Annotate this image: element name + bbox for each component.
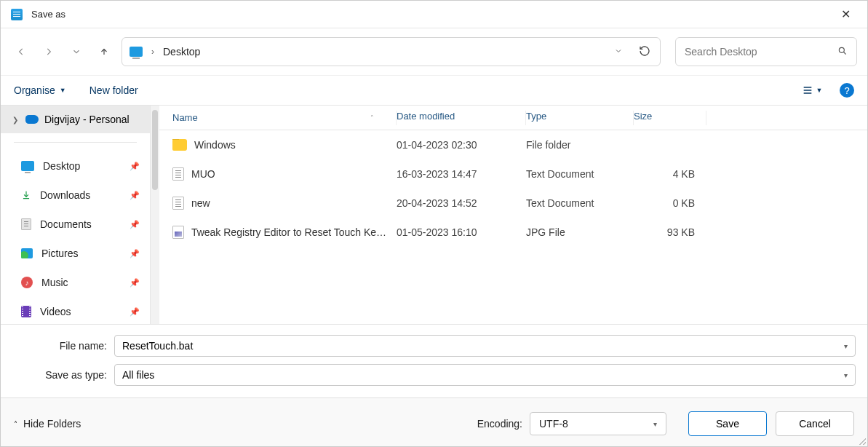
file-list: Name ˄ Date modified Type Size Windows 0… [159,106,867,324]
file-name: MUO [191,168,215,180]
pin-icon: 📌 [130,191,140,200]
titlebar: Save as ✕ [1,1,867,28]
column-header-name[interactable]: Name ˄ [172,111,397,125]
file-type: File folder [526,139,634,151]
pictures-icon [21,248,33,258]
sidebar-separator [14,142,137,143]
cancel-button[interactable]: Cancel [776,411,854,436]
chevron-down-icon[interactable]: ▾ [653,420,657,428]
form-area: File name: ResetTouch.bat ▾ Save as type… [1,324,867,397]
sidebar-item-label: Desktop [43,160,80,172]
address-dropdown-button[interactable] [610,46,626,58]
recent-locations-button[interactable] [66,39,87,65]
file-row[interactable]: Tweak Registry Editor to Reset Touch Key… [159,218,867,247]
sidebar-scrollbar[interactable] [151,106,159,324]
encoding-value: UTF-8 [539,418,568,430]
up-button[interactable] [94,39,114,65]
file-name: Tweak Registry Editor to Reset Touch Key… [191,226,388,238]
file-row[interactable]: new 20-04-2023 14:52 Text Document 0 KB [159,189,867,218]
file-type: Text Document [526,168,634,180]
pin-icon: 📌 [130,220,140,229]
desktop-icon [21,161,34,171]
sidebar-item-documents[interactable]: Documents 📌 [1,210,150,239]
file-row[interactable]: MUO 16-03-2023 14:47 Text Document 4 KB [159,159,867,189]
pin-icon: 📌 [130,278,140,288]
organise-button[interactable]: Organise ▼ [14,84,66,96]
file-date: 01-04-2023 02:30 [397,139,526,151]
column-headers: Name ˄ Date modified Type Size [159,106,867,130]
search-input[interactable] [685,46,837,58]
sidebar-group-onedrive[interactable]: ❯ Digvijay - Personal [1,106,150,133]
file-date: 20-04-2023 14:52 [397,197,526,209]
file-name: Windows [194,139,236,151]
resize-grip[interactable] [857,436,866,445]
file-date: 16-03-2023 14:47 [397,168,526,180]
pin-icon: 📌 [130,249,140,258]
nav-row: › Desktop [1,28,867,75]
text-file-icon [172,167,184,181]
save-as-type-select[interactable]: All files ▾ [114,364,856,386]
close-icon[interactable]: ✕ [831,7,860,21]
view-options-button[interactable]: ▼ [797,84,827,96]
documents-icon [21,218,31,230]
file-name-value: ResetTouch.bat [122,340,193,352]
toolbar: Organise ▼ New folder ▼ ? [1,75,867,106]
desktop-icon [130,47,143,57]
chevron-down-icon[interactable]: ▾ [844,342,848,350]
file-name-label: File name: [12,340,114,352]
column-header-date[interactable]: Date modified [397,111,526,125]
image-file-icon [172,226,184,239]
help-button[interactable]: ? [840,83,854,98]
chevron-right-icon: ❯ [12,116,20,124]
file-type: JPG File [526,226,634,238]
chevron-up-icon: ˄ [14,420,17,428]
chevron-down-icon[interactable]: ▾ [844,371,848,379]
sidebar: ❯ Digvijay - Personal Desktop 📌 Download… [1,106,151,324]
bottom-bar: ˄ Hide Folders Encoding: UTF-8 ▾ Save Ca… [1,397,867,446]
sidebar-item-label: Downloads [40,189,90,201]
pin-icon: 📌 [130,162,140,171]
videos-icon [21,306,31,317]
sidebar-item-label: Music [41,277,68,288]
hide-folders-button[interactable]: ˄ Hide Folders [14,418,81,430]
file-size: 93 KB [634,226,706,238]
file-date: 01-05-2023 16:10 [397,226,526,238]
file-name: new [191,197,210,209]
sidebar-item-desktop[interactable]: Desktop 📌 [1,151,150,181]
onedrive-icon [25,115,39,124]
search-box[interactable] [675,37,857,66]
svg-point-0 [839,47,844,52]
encoding-label: Encoding: [477,418,522,430]
music-icon: ♪ [21,277,33,288]
refresh-button[interactable] [637,45,653,59]
search-icon [837,46,848,58]
file-type: Text Document [526,197,634,209]
downloads-icon [21,190,31,200]
sidebar-item-music[interactable]: ♪ Music 📌 [1,268,150,297]
sidebar-item-pictures[interactable]: Pictures 📌 [1,239,150,268]
sidebar-item-label: Pictures [41,248,79,259]
file-row[interactable]: Windows 01-04-2023 02:30 File folder [159,130,867,159]
forward-button[interactable] [39,39,59,65]
scrollbar-thumb[interactable] [152,110,158,190]
chevron-right-icon: › [151,47,154,57]
column-header-size[interactable]: Size [634,111,706,125]
save-as-type-label: Save as type: [12,369,114,381]
file-size: 0 KB [634,197,706,209]
breadcrumb-location[interactable]: Desktop [163,46,200,58]
app-icon [11,9,23,20]
sidebar-item-label: Videos [40,306,71,317]
column-header-type[interactable]: Type [526,111,634,125]
file-name-input[interactable]: ResetTouch.bat ▾ [114,335,856,357]
new-folder-button[interactable]: New folder [89,84,138,96]
folder-icon [172,139,187,151]
sidebar-item-videos[interactable]: Videos 📌 [1,297,150,324]
encoding-select[interactable]: UTF-8 ▾ [530,412,666,435]
back-button[interactable] [11,39,31,65]
save-as-type-value: All files [122,369,154,381]
address-bar[interactable]: › Desktop [122,37,661,66]
save-button[interactable]: Save [688,411,767,436]
sidebar-group-label: Digvijay - Personal [44,114,130,125]
window-title: Save as [31,9,65,20]
sidebar-item-downloads[interactable]: Downloads 📌 [1,181,150,210]
